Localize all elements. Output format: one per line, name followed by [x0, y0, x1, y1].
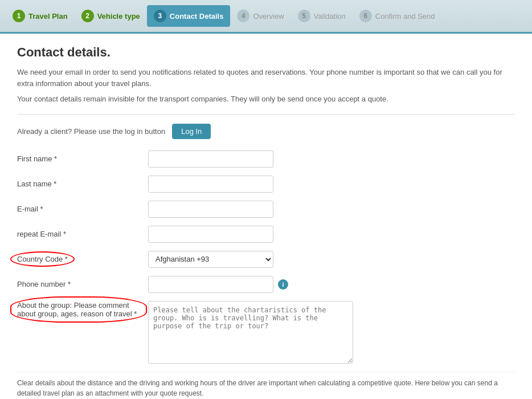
- step-1-label: Travel Plan: [28, 12, 68, 21]
- group-comment-oval: About the group: Please comment about gr…: [17, 301, 142, 318]
- login-prompt: Already a client? Please use the log in …: [17, 127, 165, 136]
- repeat-email-label: repeat E-mail *: [17, 230, 142, 238]
- last-name-input[interactable]: [148, 176, 273, 193]
- email-label: E-mail *: [17, 205, 142, 213]
- page-title: Contact details.: [17, 45, 515, 60]
- step-6-label: Confirm and Send: [375, 12, 435, 21]
- progress-bar: 1 Travel Plan 2 Vehicle type 3 Contact D…: [0, 0, 532, 32]
- step-3[interactable]: 3 Contact Details: [147, 5, 231, 27]
- login-button[interactable]: Log In: [172, 124, 211, 139]
- group-comment-textarea[interactable]: [148, 301, 353, 364]
- step-3-number: 3: [154, 10, 166, 22]
- country-code-oval: Country Code *: [17, 255, 68, 263]
- first-name-input[interactable]: [148, 150, 273, 168]
- phone-input[interactable]: [148, 276, 273, 293]
- bottom-note: Clear details about the distance and the…: [17, 372, 515, 400]
- step-4-label: Overview: [253, 12, 284, 21]
- step-1[interactable]: 1 Travel Plan: [6, 5, 75, 27]
- country-code-label: Country Code *: [17, 255, 142, 263]
- step-6[interactable]: 6 Confirm and Send: [353, 5, 442, 27]
- step-3-label: Contact Details: [170, 12, 224, 21]
- email-input[interactable]: [148, 201, 273, 218]
- last-name-row: Last name *: [17, 176, 515, 193]
- group-comment-label: About the group: Please comment about gr…: [17, 301, 142, 318]
- description-2: Your contact details remain invisible fo…: [17, 93, 515, 105]
- step-5-label: Validation: [314, 12, 346, 21]
- step-2[interactable]: 2 Vehicle type: [75, 5, 147, 27]
- repeat-email-row: repeat E-mail *: [17, 226, 515, 243]
- email-row: E-mail *: [17, 201, 515, 218]
- divider-1: [17, 114, 515, 115]
- phone-input-row: i: [148, 276, 288, 293]
- step-4-number: 4: [237, 10, 249, 22]
- step-1-number: 1: [13, 10, 25, 22]
- step-4[interactable]: 4 Overview: [230, 5, 290, 27]
- country-code-row: Country Code * Afghanistan +93: [17, 251, 515, 268]
- main-content: Contact details. We need your email in o…: [0, 32, 532, 399]
- phone-row: Phone number * i: [17, 276, 515, 293]
- repeat-email-input[interactable]: [148, 226, 273, 243]
- phone-info-icon[interactable]: i: [278, 279, 288, 290]
- country-code-select[interactable]: Afghanistan +93: [148, 251, 273, 268]
- step-5-number: 5: [298, 10, 310, 22]
- group-comment-row: About the group: Please comment about gr…: [17, 301, 515, 364]
- first-name-label: First name *: [17, 154, 142, 163]
- step-6-number: 6: [359, 10, 372, 22]
- step-2-number: 2: [81, 10, 94, 22]
- step-5[interactable]: 5 Validation: [291, 5, 353, 27]
- phone-label: Phone number *: [17, 280, 142, 288]
- last-name-label: Last name *: [17, 180, 142, 188]
- description-1: We need your email in order to send you …: [17, 67, 515, 89]
- login-row: Already a client? Please use the log in …: [17, 124, 515, 139]
- step-2-label: Vehicle type: [97, 12, 140, 21]
- first-name-row: First name *: [17, 150, 515, 168]
